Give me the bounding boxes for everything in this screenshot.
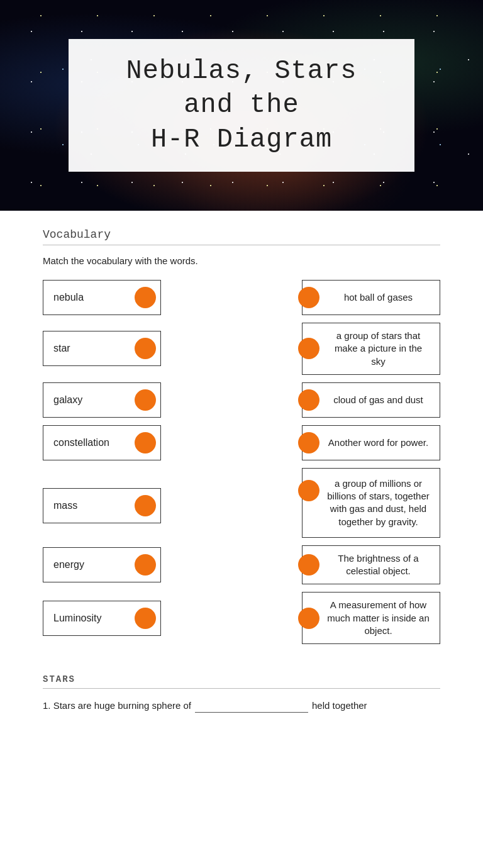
def-hot-ball-dot — [298, 287, 319, 308]
term-luminosity[interactable]: Luminosity — [43, 601, 161, 636]
term-constellation-dot — [135, 432, 156, 453]
stars-section: STARS 1. Stars are huge burning sphere o… — [43, 674, 440, 713]
def-matter[interactable]: A measurement of how much matter is insi… — [302, 592, 440, 644]
def-cloud[interactable]: cloud of gas and dust — [302, 382, 440, 418]
def-power[interactable]: Another word for power. — [302, 425, 440, 460]
def-hot-ball[interactable]: hot ball of gases — [302, 280, 440, 315]
vocab-row-1: nebula hot ball of gases — [43, 280, 440, 315]
term-mass[interactable]: mass — [43, 488, 161, 523]
term-constellation[interactable]: constellation — [43, 425, 161, 460]
term-luminosity-dot — [135, 608, 156, 629]
term-energy[interactable]: energy — [43, 547, 161, 582]
def-cloud-dot — [298, 389, 319, 411]
term-galaxy-dot — [135, 389, 156, 411]
def-brightness-text: The brightness of a celestial object. — [327, 552, 430, 578]
def-power-dot — [298, 432, 319, 453]
term-galaxy-label: galaxy — [53, 394, 82, 406]
vocab-section: Vocabulary Match the vocabulary with the… — [43, 228, 440, 644]
def-millions-stars[interactable]: a group of millions or billions of stars… — [302, 468, 440, 538]
title-box: Nebulas, Stars and the H-R Diagram — [69, 39, 414, 172]
vocab-header: Vocabulary — [43, 228, 440, 241]
def-millions-dot — [298, 480, 319, 501]
question1-input[interactable] — [195, 699, 308, 713]
term-nebula-dot — [135, 287, 156, 308]
vocab-divider — [43, 245, 440, 245]
page-title: Nebulas, Stars and the H-R Diagram — [99, 54, 384, 157]
vocab-row-3: galaxy cloud of gas and dust — [43, 382, 440, 418]
term-constellation-label: constellation — [53, 437, 109, 448]
def-hot-ball-text: hot ball of gases — [327, 291, 430, 304]
main-content: Vocabulary Match the vocabulary with the… — [0, 211, 483, 868]
term-nebula-label: nebula — [53, 292, 84, 303]
stars-header: STARS — [43, 674, 440, 684]
def-brightness-dot — [298, 554, 319, 576]
term-star-label: star — [53, 343, 70, 354]
term-star[interactable]: star — [43, 331, 161, 366]
vocab-row-5: mass a group of millions or billions of … — [43, 468, 440, 538]
vocab-rows: nebula hot ball of gases star a group of… — [43, 280, 440, 644]
def-group-stars[interactable]: a group of stars that make a picture in … — [302, 323, 440, 375]
term-mass-dot — [135, 495, 156, 516]
term-energy-dot — [135, 554, 156, 576]
question1-after: held together — [312, 700, 367, 711]
term-mass-label: mass — [53, 500, 77, 511]
vocab-row-2: star a group of stars that make a pictur… — [43, 323, 440, 375]
stars-divider — [43, 688, 440, 689]
def-matter-text: A measurement of how much matter is insi… — [327, 599, 430, 637]
hero-banner: Nebulas, Stars and the H-R Diagram — [0, 0, 483, 211]
def-brightness[interactable]: The brightness of a celestial object. — [302, 545, 440, 585]
def-power-text: Another word for power. — [327, 437, 430, 449]
def-group-stars-text: a group of stars that make a picture in … — [327, 330, 430, 368]
def-matter-dot — [298, 608, 319, 629]
def-millions-text: a group of millions or billions of stars… — [327, 477, 430, 528]
question1-before: 1. Stars are huge burning sphere of — [43, 700, 191, 711]
fill-line-1: 1. Stars are huge burning sphere of held… — [43, 699, 440, 713]
def-group-stars-dot — [298, 338, 319, 359]
term-galaxy[interactable]: galaxy — [43, 382, 161, 418]
term-star-dot — [135, 338, 156, 359]
term-energy-label: energy — [53, 559, 84, 570]
vocab-instruction: Match the vocabulary with the words. — [43, 255, 440, 266]
vocab-row-7: Luminosity A measurement of how much mat… — [43, 592, 440, 644]
def-cloud-text: cloud of gas and dust — [327, 394, 430, 406]
term-nebula[interactable]: nebula — [43, 280, 161, 315]
term-luminosity-label: Luminosity — [53, 613, 101, 624]
vocab-row-6: energy The brightness of a celestial obj… — [43, 545, 440, 585]
vocab-row-4: constellation Another word for power. — [43, 425, 440, 460]
